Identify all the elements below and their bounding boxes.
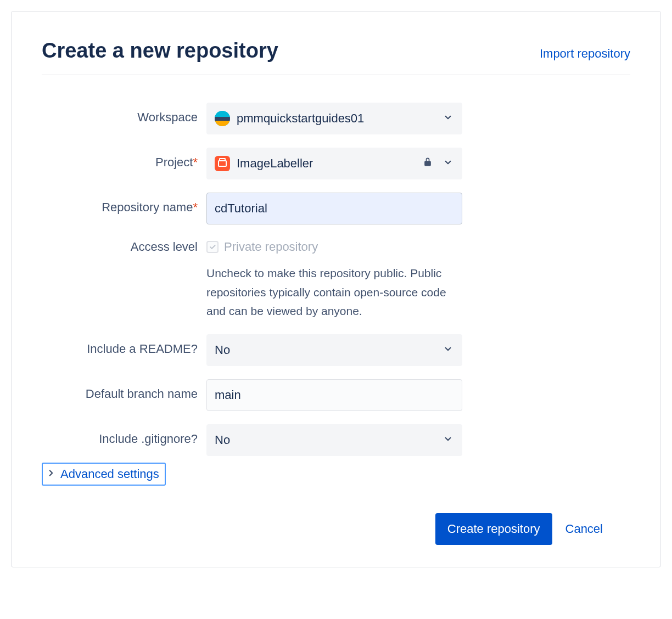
chevron-down-icon [443,111,453,126]
gitignore-label: Include .gitignore? [42,424,206,448]
project-row: Project* ImageLabeller [42,148,630,179]
project-select[interactable]: ImageLabeller [206,148,462,179]
chevron-down-icon [443,433,453,447]
chevron-down-icon [443,343,453,357]
create-repository-button[interactable]: Create repository [435,513,552,545]
page-title: Create a new repository [42,39,278,63]
workspace-row: Workspace pmmquickstartguides01 [42,103,630,134]
branch-row: Default branch name [42,379,630,411]
project-value: ImageLabeller [237,156,313,171]
repo-name-label: Repository name* [42,193,206,216]
header: Create a new repository Import repositor… [42,39,630,75]
access-help-text: Uncheck to make this repository public. … [206,264,462,321]
import-repository-link[interactable]: Import repository [540,47,630,61]
chevron-down-icon [443,156,453,171]
repo-name-row: Repository name* [42,193,630,224]
readme-value: No [215,343,230,357]
readme-row: Include a README? No [42,334,630,366]
lock-icon [422,156,433,171]
access-row: Access level Private repository Uncheck … [42,238,630,321]
access-label: Access level [42,238,206,256]
cancel-link[interactable]: Cancel [565,522,603,536]
workspace-label: Workspace [42,103,206,126]
branch-label: Default branch name [42,379,206,403]
advanced-settings-toggle[interactable]: Advanced settings [42,463,166,486]
create-repo-card: Create a new repository Import repositor… [11,11,661,567]
footer: Create repository Cancel [42,513,630,545]
gitignore-row: Include .gitignore? No [42,424,630,456]
readme-select[interactable]: No [206,334,462,366]
workspace-avatar-icon [215,111,230,126]
private-checkbox-label: Private repository [224,240,318,254]
gitignore-select[interactable]: No [206,424,462,456]
chevron-right-icon [46,467,56,481]
gitignore-value: No [215,433,230,447]
readme-label: Include a README? [42,334,206,358]
advanced-row: Advanced settings [42,463,630,486]
workspace-value: pmmquickstartguides01 [237,111,364,126]
project-folder-icon [215,156,230,171]
branch-input[interactable] [206,379,462,411]
project-label: Project* [42,148,206,171]
workspace-select[interactable]: pmmquickstartguides01 [206,103,462,134]
private-checkbox[interactable] [206,241,219,253]
repo-name-input[interactable] [206,193,462,224]
